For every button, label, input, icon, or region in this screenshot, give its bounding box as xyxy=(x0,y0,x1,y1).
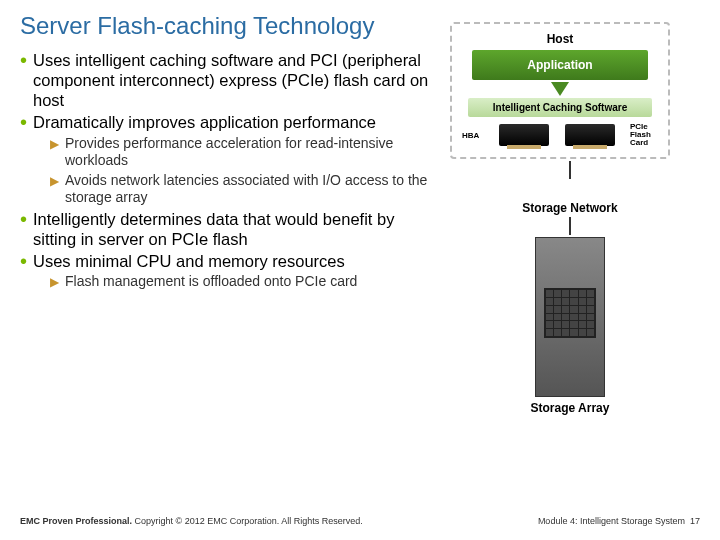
connector-line xyxy=(569,161,571,179)
bullet-list: • Uses intelligent caching software and … xyxy=(20,50,440,415)
page-number: 17 xyxy=(690,516,700,526)
flash-card-icon xyxy=(565,124,615,146)
hba-card-icon xyxy=(499,124,549,146)
host-label: Host xyxy=(458,32,662,46)
footer-brand: EMC Proven Professional. xyxy=(20,516,132,526)
sub-bullet-text: Provides performance acceleration for re… xyxy=(65,135,440,170)
bullet-dot-icon: • xyxy=(20,50,27,110)
bullet-dot-icon: • xyxy=(20,251,27,271)
footer-module: Module 4: Intelligent Storage System 17 xyxy=(538,516,700,526)
footer-module-text: Module 4: Intelligent Storage System xyxy=(538,516,685,526)
storage-array-icon xyxy=(535,237,605,397)
sub-bullet-item: ▶ Provides performance acceleration for … xyxy=(50,135,440,170)
bullet-dot-icon: • xyxy=(20,209,27,249)
bullet-item: • Uses intelligent caching software and … xyxy=(20,50,440,110)
footer-rest: Copyright © 2012 EMC Corporation. All Ri… xyxy=(132,516,363,526)
bullet-text: Dramatically improves application perfor… xyxy=(33,112,376,132)
storage-array-label: Storage Array xyxy=(450,401,690,415)
architecture-diagram: Host Application Intelligent Caching Sof… xyxy=(450,50,690,415)
hba-label: HBA xyxy=(462,131,484,140)
bullet-text: Uses intelligent caching software and PC… xyxy=(33,50,440,110)
host-box: Host Application Intelligent Caching Sof… xyxy=(450,22,670,159)
sub-bullet-item: ▶ Avoids network latencies associated wi… xyxy=(50,172,440,207)
caching-software-box: Intelligent Caching Software xyxy=(468,98,652,117)
bullet-item: • Uses minimal CPU and memory resources xyxy=(20,251,440,271)
arrow-icon: ▶ xyxy=(50,137,59,170)
bullet-text: Intelligently determines data that would… xyxy=(33,209,440,249)
slide-footer: EMC Proven Professional. Copyright © 201… xyxy=(20,516,700,526)
disk-grid-icon xyxy=(544,288,596,338)
application-box: Application xyxy=(472,50,648,80)
sub-bullet-item: ▶ Flash management is offloaded onto PCI… xyxy=(50,273,440,291)
arrow-icon: ▶ xyxy=(50,174,59,207)
bullet-item: • Intelligently determines data that wou… xyxy=(20,209,440,249)
sub-bullet-text: Flash management is offloaded onto PCIe … xyxy=(65,273,357,291)
storage-network-label: Storage Network xyxy=(450,201,690,215)
connector-line xyxy=(569,217,571,235)
arrow-icon: ▶ xyxy=(50,275,59,291)
pcie-label: PCIe Flash Card xyxy=(630,123,658,147)
bullet-dot-icon: • xyxy=(20,112,27,132)
down-arrow-icon xyxy=(551,82,569,96)
sub-bullet-text: Avoids network latencies associated with… xyxy=(65,172,440,207)
footer-copyright: EMC Proven Professional. Copyright © 201… xyxy=(20,516,363,526)
bullet-item: • Dramatically improves application perf… xyxy=(20,112,440,132)
bullet-text: Uses minimal CPU and memory resources xyxy=(33,251,345,271)
